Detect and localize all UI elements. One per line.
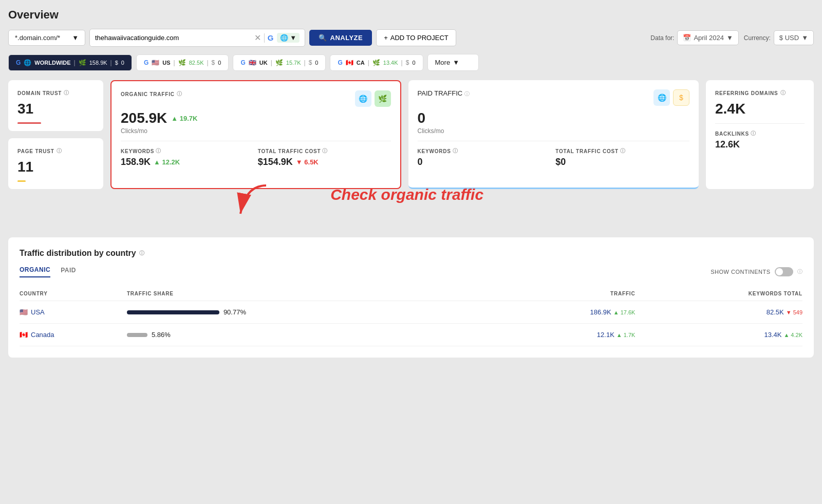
region-tab-ca[interactable]: G 🇨🇦 CA | 🌿 13.4K | $ 0 bbox=[330, 54, 423, 71]
data-for-container: Data for: 📅 April 2024 ▼ bbox=[650, 30, 738, 45]
paid-dollar-button[interactable]: $ bbox=[673, 89, 689, 106]
organic-clicks-label: Clicks/mo bbox=[121, 127, 391, 135]
country-name-canada[interactable]: 🇨🇦 Canada bbox=[20, 331, 127, 339]
table-row: 🇺🇸 USA 90.77% 186.9K ▲ 17.6K bbox=[20, 301, 802, 324]
google-icon-ca: G bbox=[338, 59, 342, 66]
worldwide-traffic: 158.9K bbox=[89, 60, 107, 66]
more-regions-dropdown[interactable]: More ▼ bbox=[427, 54, 479, 71]
organic-globe-button[interactable]: 🌐 bbox=[355, 90, 371, 107]
table-body: 🇺🇸 USA 90.77% 186.9K ▲ 17.6K bbox=[20, 301, 802, 346]
paid-keywords-label: KEYWORDS ⓘ bbox=[418, 147, 552, 155]
dollar-worldwide: $ bbox=[115, 60, 118, 66]
metrics-grid: DOMAIN TRUST ⓘ 31 PAGE TRUST ⓘ 11 ORGANI… bbox=[8, 80, 814, 189]
domain-trust-bar bbox=[17, 122, 41, 124]
country-name-usa[interactable]: 🇺🇸 USA bbox=[20, 308, 127, 316]
organic-icon-buttons: 🌐 🌿 bbox=[355, 90, 391, 107]
tab-organic[interactable]: ORGANIC bbox=[20, 266, 50, 277]
tab-paid[interactable]: PAID bbox=[61, 267, 76, 277]
referring-domains-info-icon[interactable]: ⓘ bbox=[780, 89, 786, 97]
usa-traffic-bar bbox=[127, 310, 219, 314]
flag-usa: 🇺🇸 bbox=[20, 308, 28, 316]
worldwide-label: WORLDWIDE bbox=[34, 60, 70, 66]
paid-keywords-info-icon[interactable]: ⓘ bbox=[453, 147, 458, 155]
date-selector[interactable]: 📅 April 2024 ▼ bbox=[677, 30, 738, 45]
toolbar-right: Data for: 📅 April 2024 ▼ Currency: $ USD… bbox=[650, 30, 814, 45]
us-traffic: 82.5K bbox=[189, 60, 204, 66]
paid-traffic-label: PAID TRAFFIC ⓘ bbox=[418, 89, 470, 98]
search-icon: 🔍 bbox=[319, 34, 327, 42]
globe-icon-worldwide: 🌐 bbox=[24, 59, 31, 66]
ca-cost: 0 bbox=[412, 60, 415, 66]
organic-leaf-button[interactable]: 🌿 bbox=[375, 90, 391, 107]
total-cost-info-icon[interactable]: ⓘ bbox=[322, 147, 328, 155]
add-project-button[interactable]: + ADD TO PROJECT bbox=[376, 29, 456, 46]
leaf-icon-worldwide: 🌿 bbox=[79, 59, 86, 66]
analyze-label: ANALYZE bbox=[330, 34, 363, 42]
date-value: April 2024 bbox=[694, 34, 724, 42]
referring-domains-label: REFERRING DOMAINS ⓘ bbox=[715, 89, 805, 97]
flag-canada: 🇨🇦 bbox=[20, 331, 28, 339]
paid-icon-buttons: 🌐 $ bbox=[653, 89, 689, 106]
more-chevron-icon: ▼ bbox=[453, 59, 459, 66]
total-cost-label: TOTAL TRAFFIC COST ⓘ bbox=[258, 147, 391, 155]
table-header: COUNTRY TRAFFIC SHARE TRAFFIC KEYWORDS T… bbox=[20, 287, 802, 301]
data-for-label: Data for: bbox=[650, 34, 674, 42]
analyze-button[interactable]: 🔍 ANALYZE bbox=[309, 30, 372, 46]
col-traffic-share: TRAFFIC SHARE bbox=[127, 287, 496, 301]
uk-cost: 0 bbox=[315, 60, 318, 66]
dollar-us: $ bbox=[212, 59, 215, 66]
flag-us: 🇺🇸 bbox=[152, 59, 159, 66]
traffic-section-info-icon[interactable]: ⓘ bbox=[139, 250, 144, 257]
paid-total-cost-metric: TOTAL TRAFFIC COST ⓘ $0 bbox=[555, 147, 689, 167]
total-cost-delta: ▼ 6.5K bbox=[296, 158, 319, 166]
continents-toggle-switch[interactable] bbox=[775, 267, 793, 276]
col-traffic: TRAFFIC bbox=[496, 287, 636, 301]
globe-button[interactable]: 🌐 ▼ bbox=[277, 33, 300, 43]
backlinks-info-icon[interactable]: ⓘ bbox=[751, 130, 756, 137]
leaf-icon-us: 🌿 bbox=[178, 59, 186, 66]
paid-main-value: 0 bbox=[418, 110, 690, 126]
organic-traffic-info-icon[interactable]: ⓘ bbox=[177, 90, 182, 98]
region-tab-worldwide[interactable]: G 🌐 WORLDWIDE | 🌿 158.9K | $ 0 bbox=[8, 54, 132, 71]
close-icon[interactable]: ✕ bbox=[254, 33, 261, 43]
domain-trust-info-icon[interactable]: ⓘ bbox=[64, 89, 69, 97]
currency-value: $ USD bbox=[779, 34, 799, 42]
google-logo: G bbox=[268, 33, 274, 42]
ca-traffic: 13.4K bbox=[383, 60, 398, 66]
table-row: 🇨🇦 Canada 5.86% 12.1K ▲ 1.7K bbox=[20, 324, 802, 346]
traffic-distribution-section: Traffic distribution by country ⓘ ORGANI… bbox=[8, 237, 814, 358]
domain-selector-value: *.domain.com/* bbox=[15, 34, 60, 42]
paid-globe-button[interactable]: 🌐 bbox=[653, 89, 670, 106]
page-trust-label: PAGE TRUST ⓘ bbox=[17, 147, 94, 155]
google-icon-worldwide: G bbox=[16, 59, 21, 66]
domain-selector[interactable]: *.domain.com/* ▼ bbox=[8, 30, 85, 46]
paid-total-cost-info-icon[interactable]: ⓘ bbox=[620, 147, 626, 155]
currency-selector[interactable]: $ USD ▼ bbox=[774, 30, 814, 45]
region-tab-us[interactable]: G 🇺🇸 US | 🌿 82.5K | $ 0 bbox=[136, 54, 229, 71]
traffic-share-cell-usa: 90.77% bbox=[127, 301, 496, 324]
domain-chevron-icon: ▼ bbox=[72, 34, 79, 42]
paid-keywords-metric: KEYWORDS ⓘ 0 bbox=[418, 147, 552, 167]
organic-divider bbox=[121, 141, 391, 141]
flag-uk: 🇬🇧 bbox=[249, 59, 256, 66]
domain-trust-label: DOMAIN TRUST ⓘ bbox=[17, 89, 94, 97]
backlinks-value: 12.6K bbox=[715, 139, 805, 150]
usa-traffic-num: 186.9K ▲ 17.6K bbox=[496, 308, 636, 316]
domain-trust-value: 31 bbox=[17, 101, 94, 117]
currency-chevron-icon: ▼ bbox=[801, 34, 808, 42]
domain-trust-card: DOMAIN TRUST ⓘ 31 bbox=[8, 80, 103, 131]
annotation-wrapper-outer: Check organic traffic bbox=[8, 201, 814, 222]
page-trust-info-icon[interactable]: ⓘ bbox=[57, 147, 62, 155]
region-tab-uk[interactable]: G 🇬🇧 UK | 🌿 15.7K | $ 0 bbox=[233, 54, 326, 71]
keywords-cell-usa: 82.5K ▼ 549 bbox=[635, 301, 802, 324]
paid-divider bbox=[418, 141, 690, 141]
paid-traffic-card: PAID TRAFFIC ⓘ 🌐 $ 0 Clicks/mo KEYWORDS … bbox=[408, 80, 699, 189]
paid-traffic-info-icon[interactable]: ⓘ bbox=[464, 91, 470, 97]
toolbar-left: *.domain.com/* ▼ ✕ G 🌐 ▼ 🔍 ANALYZE + ADD… bbox=[8, 29, 645, 47]
continents-info-icon[interactable]: ⓘ bbox=[797, 268, 803, 275]
page-trust-value: 11 bbox=[17, 159, 94, 175]
keywords-info-icon[interactable]: ⓘ bbox=[156, 147, 161, 155]
canada-keywords-num: 13.4K ▲ 4.2K bbox=[635, 331, 802, 339]
page-title: Overview bbox=[8, 8, 814, 22]
url-input[interactable] bbox=[95, 34, 251, 42]
